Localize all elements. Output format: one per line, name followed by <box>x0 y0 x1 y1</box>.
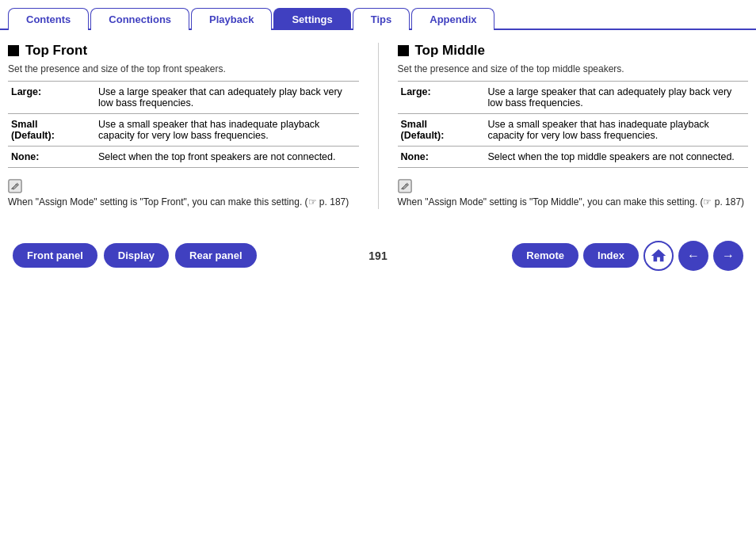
row-description: Use a large speaker that can adequately … <box>95 82 359 114</box>
top-front-subtitle: Set the presence and size of the top fro… <box>8 63 359 74</box>
table-row: Small (Default): Use a small speaker tha… <box>8 114 359 147</box>
home-button[interactable] <box>643 241 674 271</box>
back-arrow-icon: ← <box>687 249 700 263</box>
home-icon <box>650 247 667 265</box>
tab-settings[interactable]: Settings <box>273 8 350 30</box>
row-label: None: <box>398 147 485 168</box>
row-label: None: <box>8 147 95 168</box>
top-middle-note: When "Assign Mode" setting is "Top Middl… <box>398 179 749 209</box>
back-button[interactable]: ← <box>678 241 708 271</box>
display-button[interactable]: Display <box>104 243 169 268</box>
top-front-section: Top Front Set the presence and size of t… <box>8 43 359 209</box>
top-middle-note-text: When "Assign Mode" setting is "Top Middl… <box>398 196 749 209</box>
bottom-nav-right: Remote Index ← → <box>512 241 743 271</box>
main-content: Top Front Set the presence and size of t… <box>0 43 756 209</box>
row-label: Large: <box>8 82 95 114</box>
navigation-tabs: Contents Connections Playback Settings T… <box>0 0 756 30</box>
title-square-icon <box>398 45 409 56</box>
title-square-icon <box>8 45 19 56</box>
forward-arrow-icon: → <box>722 249 735 263</box>
top-front-table: Large: Use a large speaker that can adeq… <box>8 81 359 168</box>
top-front-title: Top Front <box>8 43 359 59</box>
top-front-note-text: When "Assign Mode" setting is "Top Front… <box>8 196 359 209</box>
row-description: Select when the top front speakers are n… <box>95 147 359 168</box>
forward-button[interactable]: → <box>713 241 743 271</box>
section-divider <box>378 43 379 209</box>
row-label: Small (Default): <box>8 114 95 147</box>
remote-button[interactable]: Remote <box>512 243 578 268</box>
top-front-note: When "Assign Mode" setting is "Top Front… <box>8 179 359 209</box>
row-label: Small (Default): <box>398 114 485 147</box>
table-row: None: Select when the top front speakers… <box>8 147 359 168</box>
tab-appendix[interactable]: Appendix <box>411 8 494 30</box>
rear-panel-button[interactable]: Rear panel <box>175 243 256 268</box>
top-middle-subtitle: Set the presence and size of the top mid… <box>398 63 749 74</box>
bottom-navigation: Front panel Display Rear panel 191 Remot… <box>0 233 756 279</box>
row-description: Use a small speaker that has inadequate … <box>485 114 749 147</box>
row-description: Use a small speaker that has inadequate … <box>95 114 359 147</box>
tab-tips[interactable]: Tips <box>353 8 410 30</box>
note-pencil-icon <box>8 179 22 193</box>
row-description: Select when the top middle speakers are … <box>485 147 749 168</box>
table-row: None: Select when the top middle speaker… <box>398 147 749 168</box>
top-middle-table: Large: Use a large speaker that can adeq… <box>398 81 749 168</box>
table-row: Small (Default): Use a small speaker tha… <box>398 114 749 147</box>
page-number: 191 <box>368 249 387 262</box>
note-pencil-icon <box>398 179 412 193</box>
row-description: Use a large speaker that can adequately … <box>485 82 749 114</box>
index-button[interactable]: Index <box>583 243 639 268</box>
bottom-nav-left: Front panel Display Rear panel <box>13 243 257 268</box>
table-row: Large: Use a large speaker that can adeq… <box>398 82 749 114</box>
top-middle-title: Top Middle <box>398 43 749 59</box>
table-row: Large: Use a large speaker that can adeq… <box>8 82 359 114</box>
top-middle-section: Top Middle Set the presence and size of … <box>398 43 749 209</box>
front-panel-button[interactable]: Front panel <box>13 243 97 268</box>
tab-playback[interactable]: Playback <box>191 8 272 30</box>
row-label: Large: <box>398 82 485 114</box>
tab-connections[interactable]: Connections <box>90 8 189 30</box>
tab-contents[interactable]: Contents <box>8 8 89 30</box>
